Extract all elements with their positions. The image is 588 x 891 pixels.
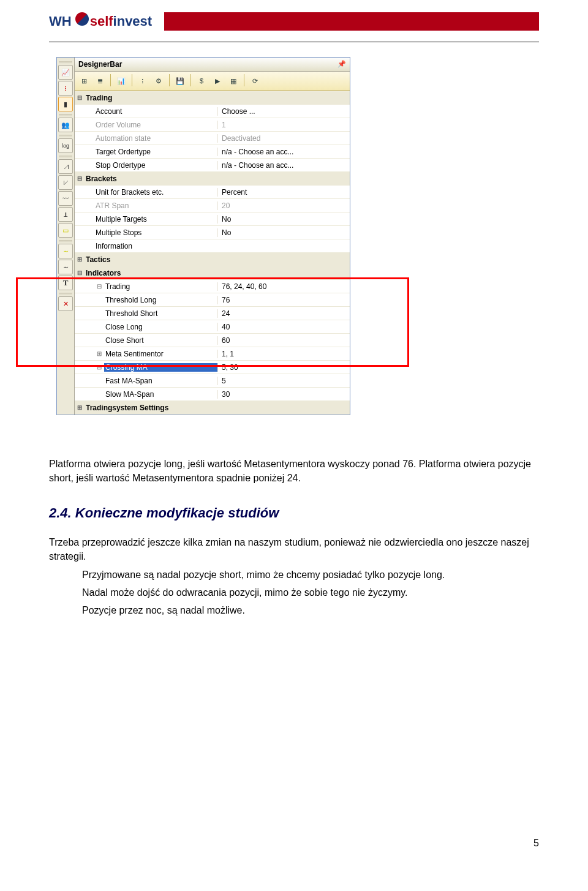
prop-meta-sentimentor[interactable]: ⊞Meta Sentimentor1, 1 [75,347,350,361]
designer-titlebar: DesignerBar 📌 [75,58,350,72]
logo-dot-icon [75,12,89,26]
grip-icon [59,61,72,64]
tool-grid-icon[interactable]: ▦ [227,74,240,88]
bullet-1: Przyjmowane są nadal pozycje short, mimo… [82,568,539,582]
tool-dollar-icon[interactable]: $ [195,74,208,88]
chart-line-icon[interactable]: 📈 [58,65,73,80]
logo-wh: WH [49,13,72,29]
prop-threshold-short[interactable]: Threshold Short24 [75,307,350,320]
property-grid: ⊟Trading AccountChoose ... Order Volume1… [75,91,350,415]
prop-stop-ordertype[interactable]: Stop Ordertypen/a - Choose an acc... [75,159,350,172]
grip-icon [59,135,72,137]
prop-slow-ma-span[interactable]: Slow MA-Span30 [75,388,350,401]
page-header: WH selfinvest [49,12,539,31]
header-red-bar [164,12,539,31]
tool-refresh-icon[interactable]: ⟳ [248,74,262,88]
prop-trading-sub[interactable]: ⊟Trading76, 24, 40, 60 [75,280,350,293]
body-text: Platforma otwiera pozycje long, jeśli wa… [49,457,539,617]
category-tactics[interactable]: ⊞Tactics [75,253,350,266]
bullet-2: Nadal może dojść do odwracania pozycji, … [82,585,539,600]
chart-a-icon[interactable]: ⩘ [58,159,73,174]
grip-icon [59,114,72,116]
header-rule [49,42,539,42]
indicator-icon[interactable]: ⫶ [58,81,73,96]
collapse-icon[interactable]: ⊟ [75,269,85,276]
bullet-3: Pozycje przez noc, są nadal możliwe. [82,603,539,617]
prop-account[interactable]: AccountChoose ... [75,105,350,118]
page-number: 5 [533,838,539,849]
logo: WH selfinvest [49,13,152,29]
chart-b-icon[interactable]: ⩗ [58,175,73,190]
prop-atr-span[interactable]: ATR Span20 [75,199,350,212]
designer-toolbar: ⊞ ≣ 📊 ⫶ ⚙ 💾 $ ▶ ▦ ⟳ [75,72,350,91]
prop-threshold-long[interactable]: Threshold Long76 [75,293,350,307]
pin-icon[interactable]: 📌 [337,60,346,69]
category-indicators[interactable]: ⊟Indicators [75,266,350,280]
category-trading[interactable]: ⊟Trading [75,91,350,105]
paragraph-intro: Platforma otwiera pozycje long, jeśli wa… [49,457,539,485]
delete-icon[interactable]: ✕ [58,296,73,311]
tool-list-icon[interactable]: ≣ [93,74,107,88]
prop-unit-brackets[interactable]: Unit for Brackets etc.Percent [75,186,350,199]
expand-icon[interactable]: ⊞ [75,256,85,263]
chart-c-icon[interactable]: 〰 [58,191,73,206]
rectangle-icon[interactable]: ▭ [58,223,73,238]
chart-d-icon[interactable]: ⫫ [58,207,73,222]
logo-invest: invest [113,13,153,29]
paragraph-lead: Trzeba przeprowadzić jeszcze kilka zmian… [49,535,539,563]
grip-icon [59,240,72,242]
people-icon[interactable]: 👥 [58,118,73,132]
wave-yellow-icon[interactable]: ∼ [58,244,73,258]
text-icon[interactable]: T [58,276,73,290]
expand-icon[interactable]: ⊞ [94,350,104,357]
prop-information[interactable]: Information [75,239,350,253]
logo-self: self [90,13,113,29]
wave-icon[interactable]: ∼ [58,260,73,274]
category-tradingsystem-settings[interactable]: ⊞Tradingsystem Settings [75,401,350,415]
tool-chart-icon[interactable]: 📊 [115,74,128,88]
collapse-icon[interactable]: ⊟ [75,94,85,101]
category-brackets[interactable]: ⊟Brackets [75,172,350,186]
grip-icon [59,156,72,158]
designer-panel: 📈 ⫶ ▮ 👥 log ⩘ ⩗ 〰 ⫫ ▭ ∼ ∼ T [56,57,350,415]
tool-properties-icon[interactable]: ⊞ [77,74,91,88]
tool-settings-icon[interactable]: ⚙ [152,74,165,88]
collapse-icon[interactable]: ⊟ [94,283,104,290]
prop-target-ordertype[interactable]: Target Ordertypen/a - Choose an acc... [75,145,350,159]
tool-save-icon[interactable]: 💾 [173,74,187,88]
prop-order-volume[interactable]: Order Volume1 [75,118,350,132]
candle-icon[interactable]: ▮ [58,97,73,111]
vertical-toolbar: 📈 ⫶ ▮ 👥 log ⩘ ⩗ 〰 ⫫ ▭ ∼ ∼ T [57,58,75,415]
section-heading: 2.4. Konieczne modyfikacje studiów [49,503,539,523]
designer-title: DesignerBar [78,60,122,69]
log-icon[interactable]: log [58,138,73,153]
prop-multiple-targets[interactable]: Multiple TargetsNo [75,212,350,226]
collapse-icon[interactable]: ⊟ [94,364,104,370]
prop-close-long[interactable]: Close Long40 [75,320,350,334]
prop-fast-ma-span[interactable]: Fast MA-Span5 [75,374,350,388]
expand-icon[interactable]: ⊞ [75,404,85,411]
tool-play-icon[interactable]: ▶ [211,74,224,88]
prop-multiple-stops[interactable]: Multiple StopsNo [75,226,350,239]
grip-icon [59,293,72,295]
tool-indicator-icon[interactable]: ⫶ [136,74,149,88]
collapse-icon[interactable]: ⊟ [75,175,85,182]
prop-crossing-ma[interactable]: ⊟Crossing MA5, 30 [75,361,350,374]
prop-close-short[interactable]: Close Short60 [75,334,350,347]
prop-automation-state[interactable]: Automation stateDeactivated [75,132,350,145]
